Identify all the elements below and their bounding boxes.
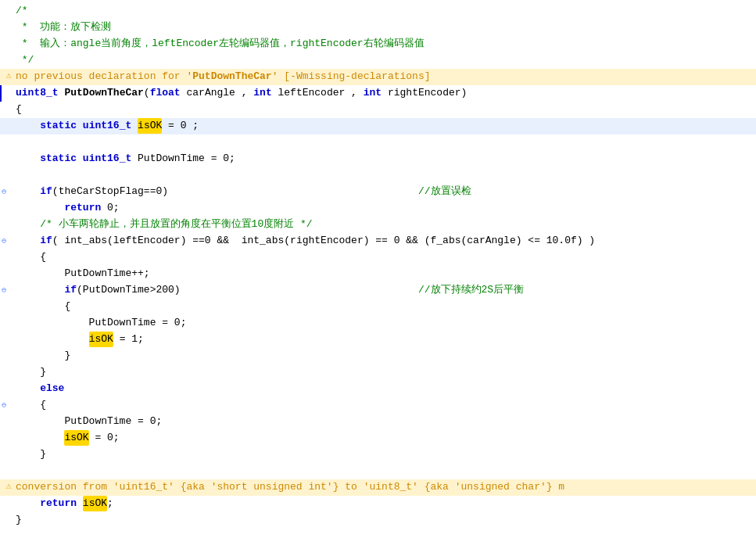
highlight-isok: isOK — [89, 332, 113, 347]
code-line-return: return isOK ; — [0, 496, 756, 512]
code-line — [0, 463, 756, 479]
code-editor: /* * 功能：放下检测 * 输入：angle当前角度，leftEncoder左… — [0, 0, 756, 538]
code-line: } — [0, 512, 756, 529]
line-arrow-icon: ⊖ — [2, 285, 6, 297]
code-line-else-brace: ⊖ { — [0, 397, 756, 414]
line-arrow-icon: ⊖ — [2, 235, 6, 248]
code-line: static uint16_t PutDownTime = 0; — [0, 151, 756, 167]
warning-line-conversion: ⚠ conversion from 'uint16_t' {aka 'short… — [0, 479, 756, 496]
code-line: } — [0, 348, 756, 364]
line-arrow-icon: ⊖ — [2, 400, 6, 412]
code-line-isok-1: isOK = 1; — [0, 332, 756, 348]
line-arrow-icon: ⊖ — [2, 186, 6, 199]
code-line-if-putdowntime: ⊖ if (PutDownTime>200) //放下持续约2S后平衡 — [0, 282, 756, 299]
highlight-isok: isOK — [64, 430, 88, 446]
code-line: { — [0, 299, 756, 315]
code-line: PutDownTime++; — [0, 266, 756, 282]
highlighted-line-isok: static uint16_t isOK = 0 ; — [0, 118, 756, 134]
warning-icon: ⚠ — [3, 70, 14, 81]
code-line-else: else — [0, 381, 756, 397]
highlight-isok-return: isOK — [83, 496, 107, 511]
code-line: return 0; — [0, 200, 756, 217]
code-line: } — [0, 447, 756, 463]
code-line: PutDownTime = 0; — [0, 315, 756, 332]
code-line-isok-0: isOK = 0; — [0, 430, 756, 447]
function-declaration-line: uint8_t PutDownTheCar ( float carAngle ,… — [0, 85, 756, 102]
warning-line-missing-decl: ⚠ no previous declaration for 'PutDownTh… — [0, 69, 756, 85]
highlight-isok: isOK — [138, 118, 162, 134]
code-line: */ — [0, 52, 756, 69]
code-line-if-intabs: ⊖ if ( int_abs(leftEncoder) ==0 && int_a… — [0, 233, 756, 249]
code-line — [0, 134, 756, 151]
code-line: /* — [0, 3, 756, 20]
code-line-if-stop: ⊖ if (theCarStopFlag==0) //放置误检 — [0, 184, 756, 200]
code-line: { — [0, 249, 756, 266]
code-line: { — [0, 102, 756, 118]
warning-icon: ⚠ — [3, 481, 14, 492]
code-line: PutDownTime = 0; — [0, 414, 756, 430]
code-line-comment-block: /* 小车两轮静止，并且放置的角度在平衡位置10度附近 */ — [0, 217, 756, 233]
code-line: * 输入：angle当前角度，leftEncoder左轮编码器值，rightEn… — [0, 36, 756, 52]
code-line — [0, 167, 756, 184]
code-line: } — [0, 364, 756, 381]
code-line: * 功能：放下检测 — [0, 20, 756, 36]
